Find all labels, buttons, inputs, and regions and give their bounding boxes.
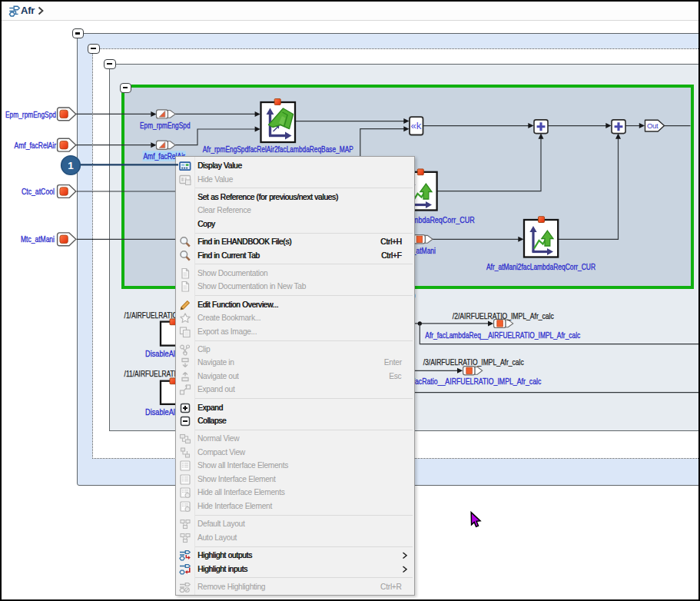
svg-text:/2/AIRFUELRATIO_IMPL_Afr_calc: /2/AIRFUELRATIO_IMPL_Afr_calc: [453, 311, 554, 320]
svg-text:Afr_facLambdaReq__AIRFUELRATIO: Afr_facLambdaReq__AIRFUELRATIO_IMPL_Afr_…: [425, 330, 580, 340]
svg-text:Mtc_atMani: Mtc_atMani: [21, 234, 55, 244]
svg-text:Epm_rpmEngSpd: Epm_rpmEngSpd: [140, 121, 191, 130]
svg-text:/3/AIRFUELRATIO_IMPL_Afr_calc: /3/AIRFUELRATIO_IMPL_Afr_calc: [423, 357, 524, 367]
svg-text:Afr_atMani2facLambdaReqCorr_CU: Afr_atMani2facLambdaReqCorr_CUR: [486, 262, 595, 271]
svg-text:Ctc_atCool: Ctc_atCool: [22, 187, 55, 196]
svg-text:Out: Out: [647, 121, 659, 130]
svg-text:1: 1: [68, 160, 74, 171]
svg-text:Afr_facRatio__AIRFUELRATIO_IMP: Afr_facRatio__AIRFUELRATIO_IMPL_Afr_calc: [400, 377, 541, 386]
svg-text:«k: «k: [411, 120, 423, 131]
svg-text:Epm_rpmEngSpd: Epm_rpmEngSpd: [5, 110, 56, 119]
svg-text:Amf_facRelAir: Amf_facRelAir: [15, 141, 57, 150]
